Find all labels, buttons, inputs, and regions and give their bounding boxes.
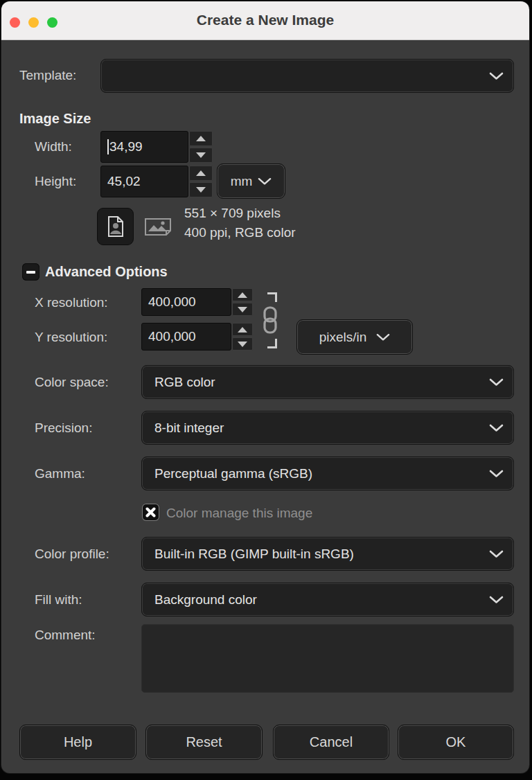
- comment-input[interactable]: [141, 624, 514, 693]
- fill-with-dropdown[interactable]: Background color: [141, 583, 514, 617]
- help-button[interactable]: Help: [19, 725, 136, 760]
- fill-with-value: Background color: [142, 592, 257, 608]
- text-caret: [107, 139, 109, 154]
- arrow-up-icon: [238, 327, 247, 333]
- arrow-up-icon: [196, 170, 206, 176]
- portrait-page-icon: [107, 215, 125, 238]
- height-spin-up-button[interactable]: [189, 166, 213, 181]
- pixel-dimensions-text: 551 × 709 pixels: [184, 204, 296, 223]
- dialog-title: Create a New Image: [1, 12, 529, 28]
- height-spinner[interactable]: [189, 166, 213, 197]
- color-manage-label: Color manage this image: [166, 506, 312, 521]
- chevron-down-icon: [489, 470, 504, 478]
- color-profile-dropdown[interactable]: Built-in RGB (GIMP built-in sRGB): [141, 537, 514, 571]
- height-input[interactable]: 45,02: [100, 166, 188, 197]
- precision-dropdown[interactable]: 8-bit integer: [141, 411, 514, 445]
- x-res-spin-down-button[interactable]: [232, 303, 253, 316]
- arrow-down-icon: [196, 152, 206, 158]
- chevron-down-icon: [489, 596, 504, 604]
- resolution-chain-button[interactable]: [260, 305, 281, 335]
- chevron-down-icon: [258, 177, 272, 186]
- y-resolution-text: 400,000: [142, 329, 196, 344]
- ok-button[interactable]: OK: [398, 725, 514, 760]
- resolution-info-text: 400 ppi, RGB color: [184, 223, 296, 242]
- arrow-down-icon: [238, 342, 247, 347]
- titlebar[interactable]: Create a New Image: [1, 1, 529, 40]
- collapse-minus-icon: [26, 271, 35, 274]
- width-label: Width:: [35, 139, 72, 154]
- size-unit-value: mm: [231, 174, 253, 189]
- precision-value: 8-bit integer: [142, 420, 224, 436]
- chevron-down-icon: [489, 550, 504, 558]
- x-resolution-label: X resolution:: [35, 295, 108, 310]
- comment-label: Comment:: [35, 628, 96, 643]
- color-space-label: Color space:: [35, 375, 109, 390]
- image-size-heading: Image Size: [19, 111, 91, 127]
- gamma-value: Perceptual gamma (sRGB): [142, 466, 312, 481]
- color-space-dropdown[interactable]: RGB color: [141, 365, 514, 399]
- template-label: Template:: [19, 68, 76, 83]
- chevron-down-icon: [489, 378, 504, 387]
- chain-bracket-bottom: [267, 339, 277, 348]
- advanced-options-heading: Advanced Options: [45, 264, 168, 280]
- y-res-spin-down-button[interactable]: [232, 337, 253, 351]
- chevron-down-icon: [489, 72, 504, 80]
- resolution-unit-value: pixels/in: [319, 330, 367, 345]
- orientation-landscape-button[interactable]: [142, 215, 174, 240]
- color-manage-checkbox[interactable]: [143, 504, 159, 520]
- y-resolution-spinner[interactable]: [232, 323, 253, 351]
- arrow-up-icon: [196, 136, 206, 141]
- arrow-up-icon: [238, 292, 247, 298]
- y-resolution-label: Y resolution:: [35, 330, 107, 345]
- y-resolution-input[interactable]: 400,000: [141, 323, 231, 351]
- screenshot-root: Create a New Image Template: Image Size …: [0, 0, 532, 780]
- reset-button[interactable]: Reset: [145, 725, 263, 760]
- x-resolution-input[interactable]: 400,000: [141, 288, 231, 316]
- height-input-text: 45,02: [101, 174, 141, 189]
- resolution-unit-dropdown[interactable]: pixels/in: [296, 319, 413, 355]
- width-input[interactable]: 34,99: [100, 131, 188, 163]
- arrow-down-icon: [238, 307, 247, 312]
- advanced-options-expander[interactable]: [22, 263, 39, 281]
- height-spin-down-button[interactable]: [189, 182, 213, 197]
- height-label: Height:: [35, 174, 76, 189]
- width-spinner[interactable]: [189, 131, 213, 163]
- checkbox-x-icon: [145, 507, 156, 517]
- size-unit-dropdown[interactable]: mm: [217, 163, 285, 199]
- orientation-portrait-button[interactable]: [97, 208, 134, 245]
- x-resolution-spinner[interactable]: [232, 288, 253, 316]
- width-spin-down-button[interactable]: [189, 148, 213, 163]
- cancel-button[interactable]: Cancel: [273, 725, 389, 760]
- chain-bracket-top: [267, 292, 277, 302]
- gamma-label: Gamma:: [35, 466, 85, 481]
- x-res-spin-up-button[interactable]: [232, 288, 253, 301]
- chevron-down-icon: [489, 424, 504, 432]
- size-in-pixels-info: 551 × 709 pixels 400 ppi, RGB color: [184, 204, 296, 242]
- color-space-value: RGB color: [142, 375, 215, 390]
- width-spin-up-button[interactable]: [189, 131, 213, 146]
- chevron-down-icon: [376, 333, 390, 342]
- x-resolution-text: 400,000: [142, 294, 196, 310]
- gamma-dropdown[interactable]: Perceptual gamma (sRGB): [141, 457, 514, 490]
- precision-label: Precision:: [35, 420, 92, 436]
- landscape-page-icon: [144, 217, 172, 238]
- template-dropdown[interactable]: [100, 59, 514, 93]
- color-profile-label: Color profile:: [35, 547, 109, 562]
- width-input-text: 34,99: [101, 139, 143, 155]
- color-profile-value: Built-in RGB (GIMP built-in sRGB): [142, 547, 354, 562]
- chain-link-icon: [260, 305, 281, 335]
- arrow-down-icon: [196, 187, 206, 193]
- y-res-spin-up-button[interactable]: [232, 323, 253, 336]
- dialog-create-new-image: Create a New Image Template: Image Size …: [1, 1, 529, 773]
- fill-with-label: Fill with:: [35, 592, 82, 608]
